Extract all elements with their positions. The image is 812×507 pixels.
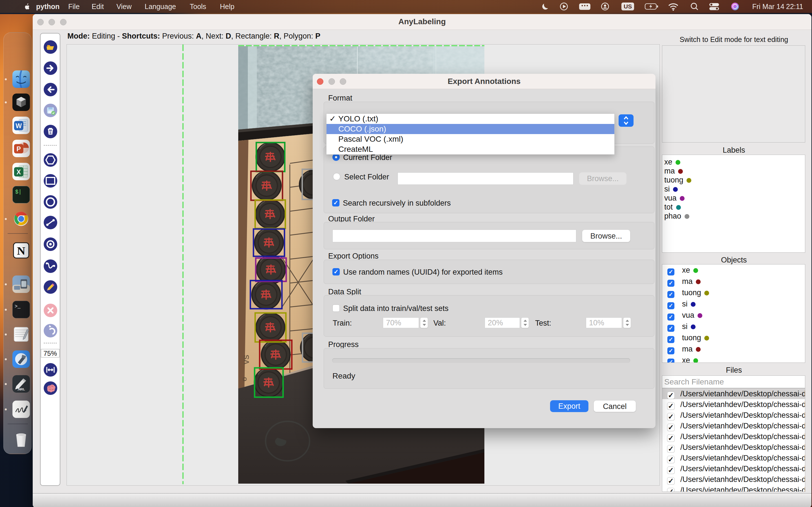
svg-text:P: P [17, 145, 21, 153]
svg-text:W: W [15, 122, 22, 129]
svg-text:X: X [17, 168, 21, 176]
svg-text:.NRL: .NRL [17, 387, 25, 391]
svg-text:N: N [17, 244, 25, 257]
svg-text:$|: $| [15, 189, 22, 195]
svg-text:>_: >_ [15, 304, 20, 309]
